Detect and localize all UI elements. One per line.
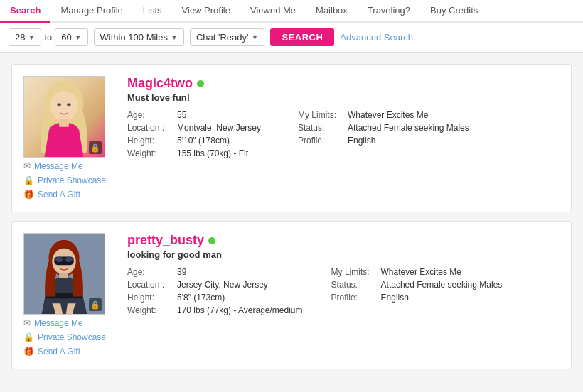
send-gift-action-2[interactable]: 🎁 Send A Gift [23,346,80,357]
svg-point-3 [57,103,61,106]
profile-card-pretty-busty: 🔒 ✉ Message Me 🔒 Private Showcase 🎁 Send… [11,221,572,369]
svg-rect-2 [59,119,69,127]
private-showcase-action-2[interactable]: 🔒 Private Showcase [23,332,106,343]
weight-row-1: Weight: 155 lbs (70kg) - Fit [127,148,269,158]
username-text-1: Magic4two [127,76,193,91]
height-label-2: Height: [127,293,177,303]
age-range-group: 28 ▼ to 60 ▼ [9,28,88,46]
height-value-2: 5'8" (173cm) [177,293,225,303]
message-icon-1: ✉ [23,161,31,171]
location-value-2: Jersey City, New Jersey [177,280,268,290]
online-indicator-1 [197,80,204,87]
age-row-1: Age: 55 [127,110,269,120]
age-to-arrow: ▼ [75,33,82,41]
limits-label-2: My Limits: [331,267,381,277]
svg-point-4 [67,103,71,106]
username-text-2: pretty_busty [127,233,204,248]
age-from-arrow: ▼ [28,33,35,41]
location-row-2: Location : Jersey City, New Jersey [127,280,303,290]
username-pretty-busty[interactable]: pretty_busty [127,233,560,248]
age-to-dropdown[interactable]: 60 ▼ [55,28,87,46]
age-value-1: 55 [177,110,186,120]
nav-buy-credits[interactable]: Buy Credits [420,0,488,21]
status-value-1: Attached Female seeking Males [348,123,469,133]
svg-rect-12 [59,273,68,278]
svg-point-1 [50,91,77,121]
svg-point-11 [65,256,73,262]
tagline-pretty-busty: looking for good man [127,249,560,260]
weight-label-1: Weight: [127,148,177,158]
username-magic4two[interactable]: Magic4two [127,76,560,91]
online-indicator-2 [208,237,215,244]
chat-dropdown[interactable]: Chat 'Ready' ▼ [190,28,265,46]
weight-label-2: Weight: [127,305,177,315]
svg-point-10 [55,256,63,262]
profile-right-magic4two: Magic4two Must love fun! Age: 55 Locatio… [127,76,560,200]
profile-left-pretty-busty: 🔒 ✉ Message Me 🔒 Private Showcase 🎁 Send… [23,233,116,357]
showcase-icon-2: 🔒 [23,332,34,342]
profile-lang-row-1: Profile: English [298,136,469,146]
results-content: 🔒 ✉ Message Me 🔒 Private Showcase 🎁 Send… [0,53,583,389]
profile-right-pretty-busty: pretty_busty looking for good man Age: 3… [127,233,560,357]
status-row-1: Status: Attached Female seeking Males [298,123,469,133]
nav-manage-profile[interactable]: Manage Profile [50,0,132,21]
nav-lists[interactable]: Lists [133,0,172,21]
nav-traveling[interactable]: Traveling? [358,0,420,21]
age-value-2: 39 [177,267,186,277]
profile-lang-row-2: Profile: English [331,293,503,303]
weight-value-2: 170 lbs (77kg) - Average/medium [177,305,303,315]
details-magic4two: Age: 55 Location : Montvale, New Jersey … [127,110,560,161]
distance-dropdown[interactable]: Within 100 Miles ▼ [94,28,184,46]
chat-arrow: ▼ [252,33,259,41]
message-me-action-2[interactable]: ✉ Message Me [23,317,83,329]
lock-icon-pretty-busty: 🔒 [89,298,102,311]
tagline-magic4two: Must love fun! [127,92,560,103]
private-showcase-label-1: Private Showcase [38,175,106,185]
distance-arrow: ▼ [171,33,178,41]
profile-photo-magic4two[interactable]: 🔒 [23,76,105,158]
profile-photo-pretty-busty[interactable]: 🔒 [23,233,105,315]
location-value-1: Montvale, New Jersey [177,123,261,133]
height-row-1: Height: 5'10" (178cm) [127,136,269,146]
age-row-2: Age: 39 [127,267,303,277]
nav-view-profile[interactable]: View Profile [172,0,240,21]
private-showcase-label-2: Private Showcase [38,332,106,342]
detail-col-left-2: Age: 39 Location : Jersey City, New Jers… [127,267,303,318]
age-label-2: Age: [127,267,177,277]
nav-mailbox[interactable]: Mailbox [306,0,358,21]
height-value-1: 5'10" (178cm) [177,136,230,146]
message-me-action-1[interactable]: ✉ Message Me [23,160,83,172]
search-button[interactable]: SEARCH [270,28,334,46]
limits-value-1: Whatever Excites Me [348,110,428,120]
showcase-icon-1: 🔒 [23,175,34,185]
detail-col-right-1: My Limits: Whatever Excites Me Status: A… [298,110,469,161]
send-gift-label-2: Send A Gift [38,347,80,356]
nav-viewed-me[interactable]: Viewed Me [240,0,306,21]
age-to-value: 60 [61,32,71,43]
location-label-1: Location : [127,123,177,133]
send-gift-label-1: Send A Gift [38,190,80,200]
lock-icon-magic4two: 🔒 [89,141,102,154]
profile-lang-value-2: English [381,293,409,303]
weight-value-1: 155 lbs (70kg) - Fit [177,148,248,158]
limits-row-2: My Limits: Whatever Excites Me [331,267,503,277]
details-pretty-busty: Age: 39 Location : Jersey City, New Jers… [127,267,560,318]
send-gift-action-1[interactable]: 🎁 Send A Gift [23,189,80,200]
filter-bar: 28 ▼ to 60 ▼ Within 100 Miles ▼ Chat 'Re… [0,23,583,53]
chat-value: Chat 'Ready' [196,32,249,43]
detail-col-left-1: Age: 55 Location : Montvale, New Jersey … [127,110,269,161]
age-from-dropdown[interactable]: 28 ▼ [9,28,41,46]
status-label-2: Status: [331,280,381,290]
advanced-search-link[interactable]: Advanced Search [340,32,413,43]
location-row-1: Location : Montvale, New Jersey [127,123,269,133]
limits-row-1: My Limits: Whatever Excites Me [298,110,469,120]
private-showcase-action-1[interactable]: 🔒 Private Showcase [23,175,106,186]
distance-value: Within 100 Miles [100,32,168,43]
status-row-2: Status: Attached Female seeking Males [331,280,503,290]
height-row-2: Height: 5'8" (173cm) [127,293,303,303]
message-icon-2: ✉ [23,318,31,328]
navigation: Search Manage Profile Lists View Profile… [0,0,583,23]
weight-row-2: Weight: 170 lbs (77kg) - Average/medium [127,305,303,315]
age-from-value: 28 [15,32,25,43]
nav-search[interactable]: Search [0,0,50,23]
